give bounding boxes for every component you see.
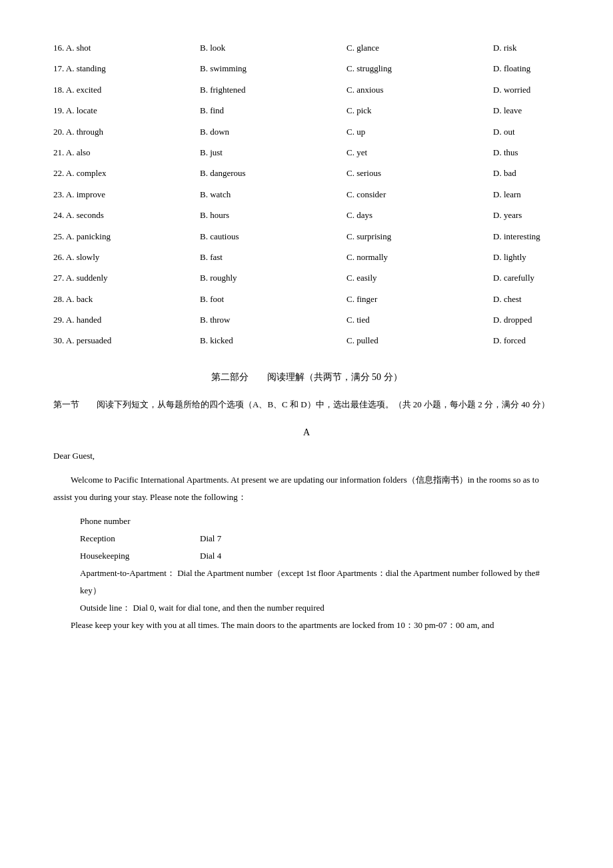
question-row: 16. A. shotB. lookC. glanceD. risk — [53, 40, 560, 55]
option-c: C. days — [346, 207, 493, 223]
phone-label: Phone number — [80, 513, 560, 530]
option-b: B. kicked — [200, 333, 346, 348]
passage-p2: Please keep your key with you at all tim… — [53, 617, 560, 634]
option-c: C. normally — [346, 249, 493, 265]
phone-row-long: Outside line： Dial 0, wait for dial tone… — [80, 599, 560, 617]
option-b: B. down — [200, 124, 346, 139]
question-number: 17. A. standing — [53, 61, 200, 76]
question-row: 21. A. alsoB. justC. yetD. thus — [53, 145, 560, 160]
phone-row-label: Housekeeping — [80, 547, 160, 565]
option-b: B. watch — [200, 187, 346, 202]
question-row: 17. A. standingB. swimmingC. strugglingD… — [53, 61, 560, 76]
question-row: 23. A. improveB. watchC. considerD. lear… — [53, 187, 560, 202]
option-b: B. foot — [200, 291, 346, 307]
question-row: 18. A. excitedB. frightenedC. anxiousD. … — [53, 82, 560, 97]
section2-intro: 第一节 阅读下列短文，从每题所给的四个选项（A、B、C 和 D）中，选出最佳选项… — [53, 396, 560, 413]
option-b: B. hours — [200, 207, 346, 223]
question-number: 28. A. back — [53, 291, 200, 307]
questions-section: 16. A. shotB. lookC. glanceD. risk17. A.… — [53, 40, 560, 349]
question-number: 20. A. through — [53, 124, 200, 139]
option-c: C. finger — [346, 291, 493, 307]
option-d: D. interesting — [493, 229, 613, 244]
section2-title: 第二部分 阅读理解（共两节，满分 50 分） — [53, 369, 560, 385]
question-row: 27. A. suddenlyB. roughlyC. easilyD. car… — [53, 270, 560, 285]
question-row: 30. A. persuadedB. kickedC. pulledD. for… — [53, 333, 560, 348]
option-d: D. years — [493, 207, 613, 223]
option-d: D. leave — [493, 103, 613, 118]
phone-row-label: Reception — [80, 530, 160, 547]
option-d: D. worried — [493, 82, 613, 97]
option-d: D. lightly — [493, 249, 613, 265]
option-d: D. out — [493, 124, 613, 139]
option-b: B. throw — [200, 312, 346, 327]
phone-row-value: Dial 7 — [200, 530, 221, 547]
question-row: 19. A. locateB. findC. pickD. leave — [53, 103, 560, 118]
phone-row: HousekeepingDial 4 — [80, 547, 560, 565]
option-b: B. just — [200, 145, 346, 160]
question-number: 26. A. slowly — [53, 249, 200, 265]
option-d: D. chest — [493, 291, 613, 307]
option-c: C. glance — [346, 40, 493, 55]
question-row: 28. A. backB. footC. fingerD. chest — [53, 291, 560, 307]
option-c: C. struggling — [346, 61, 493, 76]
passage-a-title: A — [53, 424, 560, 441]
option-b: B. roughly — [200, 270, 346, 285]
option-c: C. anxious — [346, 82, 493, 97]
option-d: D. risk — [493, 40, 613, 55]
question-number: 19. A. locate — [53, 103, 200, 118]
option-d: D. floating — [493, 61, 613, 76]
option-b: B. dangerous — [200, 165, 346, 181]
question-number: 25. A. panicking — [53, 229, 200, 244]
question-row: 20. A. throughB. downC. upD. out — [53, 124, 560, 139]
question-number: 24. A. seconds — [53, 207, 200, 223]
option-c: C. pick — [346, 103, 493, 118]
question-number: 22. A. complex — [53, 165, 200, 181]
option-b: B. cautious — [200, 229, 346, 244]
question-number: 30. A. persuaded — [53, 333, 200, 348]
option-b: B. frightened — [200, 82, 346, 97]
option-b: B. swimming — [200, 61, 346, 76]
question-row: 22. A. complexB. dangerousC. seriousD. b… — [53, 165, 560, 181]
option-d: D. bad — [493, 165, 613, 181]
option-c: C. up — [346, 124, 493, 139]
question-number: 16. A. shot — [53, 40, 200, 55]
option-c: C. tied — [346, 312, 493, 327]
option-d: D. learn — [493, 187, 613, 202]
option-c: C. serious — [346, 165, 493, 181]
option-d: D. dropped — [493, 312, 613, 327]
option-b: B. find — [200, 103, 346, 118]
question-row: 29. A. handedB. throwC. tiedD. dropped — [53, 312, 560, 327]
option-b: B. look — [200, 40, 346, 55]
option-c: C. yet — [346, 145, 493, 160]
phone-row-value: Dial 4 — [200, 547, 221, 565]
question-row: 24. A. secondsB. hoursC. daysD. years — [53, 207, 560, 223]
question-number: 29. A. handed — [53, 312, 200, 327]
option-c: C. surprising — [346, 229, 493, 244]
passage-greeting: Dear Guest, — [53, 447, 560, 465]
phone-row-long: Apartment-to-Apartment： Dial the Apartme… — [80, 565, 560, 599]
option-b: B. fast — [200, 249, 346, 265]
option-d: D. carefully — [493, 270, 613, 285]
question-number: 21. A. also — [53, 145, 200, 160]
question-row: 26. A. slowlyB. fastC. normallyD. lightl… — [53, 249, 560, 265]
option-c: C. consider — [346, 187, 493, 202]
option-c: C. easily — [346, 270, 493, 285]
phone-row: ReceptionDial 7 — [80, 530, 560, 547]
question-number: 18. A. excited — [53, 82, 200, 97]
option-d: D. forced — [493, 333, 613, 348]
option-c: C. pulled — [346, 333, 493, 348]
option-d: D. thus — [493, 145, 613, 160]
question-row: 25. A. panickingB. cautiousC. surprising… — [53, 229, 560, 244]
passage-p1: Welcome to Pacific International Apartme… — [53, 471, 560, 506]
question-number: 27. A. suddenly — [53, 270, 200, 285]
question-number: 23. A. improve — [53, 187, 200, 202]
